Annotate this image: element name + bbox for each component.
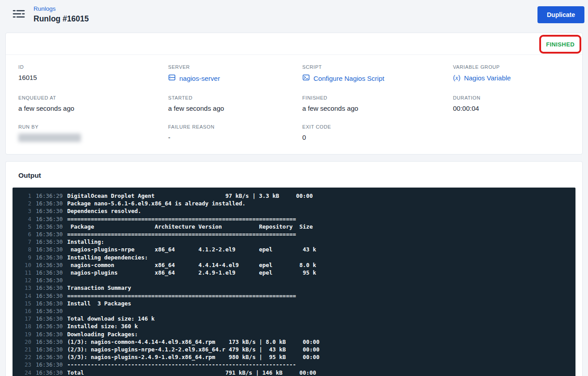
line-text: Downloading Packages: [67, 330, 138, 338]
console-line-3: 316:36:30Dependencies resolved. [13, 207, 575, 215]
console-line-14: 1416:36:30==============================… [13, 292, 575, 300]
field-label-failure-reason: FAILURE REASON [168, 124, 302, 130]
line-number: 15 [13, 300, 31, 307]
line-text: (2/3): nagios-plugins-nrpe-4.1.2-2.el9.x… [67, 346, 319, 353]
field-label-id: ID [18, 64, 168, 70]
line-timestamp: 16:36:30 [36, 284, 63, 292]
line-text: (3/3): nagios-plugins-2.4.9-1.el9.x86_64… [67, 353, 319, 361]
line-timestamp: 16:36:30 [36, 300, 63, 307]
field-id: ID16015 [18, 64, 168, 83]
console-line-10: 1016:36:30 nagios-common x86_64 4.4.14-4… [13, 261, 575, 269]
line-number: 9 [13, 254, 31, 261]
field-value-duration: 00:00:04 [453, 104, 570, 112]
field-value-started: a few seconds ago [168, 104, 302, 112]
console-line-16: 1616:36:30 [13, 307, 575, 315]
console-line-11: 1116:36:30 nagios-plugins x86_64 2.4.9-1… [13, 269, 575, 276]
console-line-7: 716:36:30Installing: [13, 238, 575, 246]
field-label-variable-group: VARIABLE GROUP [453, 64, 570, 70]
line-number: 11 [13, 269, 31, 276]
line-timestamp: 16:36:30 [36, 269, 63, 276]
page-title: Runlog #16015 [34, 14, 89, 24]
line-text: ========================================… [67, 230, 296, 238]
line-number: 3 [13, 207, 31, 215]
line-timestamp: 16:36:30 [36, 315, 63, 322]
field-script: SCRIPTConfigure Nagios Script [302, 64, 453, 83]
page-header: Runlogs Runlog #16015 Duplicate [0, 0, 588, 29]
line-number: 4 [13, 215, 31, 223]
field-value-enqueued-at: a few seconds ago [18, 104, 168, 112]
line-text: Total 791 kB/s | 146 kB 00:00 [67, 369, 316, 376]
line-timestamp: 16:36:30 [36, 361, 63, 368]
line-timestamp: 16:36:30 [36, 276, 63, 284]
line-timestamp: 16:36:30 [36, 246, 63, 253]
line-text: Package Architecture Version Repository … [67, 223, 313, 230]
line-number: 6 [13, 230, 31, 238]
line-text: nagios-common x86_64 4.4.14-4.el9 epel 8… [67, 261, 316, 269]
terminal-icon [302, 74, 310, 83]
field-value-finished: a few seconds ago [302, 104, 453, 112]
console-line-18: 1816:36:30Installed size: 360 k [13, 322, 575, 330]
line-number: 13 [13, 284, 31, 292]
line-timestamp: 16:36:30 [36, 215, 63, 223]
console-line-21: 2116:36:30(2/3): nagios-plugins-nrpe-4.1… [13, 346, 575, 353]
field-value-server: nagios-server [179, 75, 220, 82]
line-number: 20 [13, 338, 31, 346]
line-number: 24 [13, 369, 31, 376]
field-link-variable-group[interactable]: (x)Nagios Variable [453, 74, 511, 82]
console-output[interactable]: 116:36:29DigitalOcean Droplet Agent 97 k… [13, 188, 575, 376]
line-text: Transaction Summary [67, 284, 131, 292]
console-line-9: 916:36:30Installing dependencies: [13, 254, 575, 261]
line-number: 22 [13, 353, 31, 361]
server-icon [168, 74, 176, 83]
line-text: Dependencies resolved. [67, 207, 141, 215]
status-badge: FINISHED [546, 41, 575, 48]
line-number: 12 [13, 276, 31, 284]
line-number: 10 [13, 261, 31, 269]
line-text: Package nano-5.6.1-6.el9.x86_64 is alrea… [67, 200, 245, 207]
console-line-1: 116:36:29DigitalOcean Droplet Agent 97 k… [13, 192, 575, 200]
line-number: 14 [13, 292, 31, 300]
field-value-redacted-run-by [18, 134, 81, 142]
field-label-duration: DURATION [453, 95, 570, 100]
console-line-15: 1516:36:30Install 3 Packages [13, 300, 575, 307]
field-link-server[interactable]: nagios-server [168, 74, 220, 83]
console-line-17: 1716:36:30Total download size: 146 k [13, 315, 575, 322]
line-timestamp: 16:36:30 [36, 346, 63, 353]
line-timestamp: 16:36:30 [36, 254, 63, 261]
line-text: nagios-plugins-nrpe x86_64 4.1.2-2.el9 e… [67, 246, 316, 253]
status-annotation-box: FINISHED [539, 35, 581, 54]
output-title: Output [18, 171, 575, 180]
line-text: ========================================… [67, 292, 296, 300]
field-label-started: STARTED [168, 95, 302, 100]
line-timestamp: 16:36:30 [36, 353, 63, 361]
field-label-exit-code: EXIT CODE [302, 124, 453, 130]
runlog-icon [12, 7, 25, 22]
field-run-by: RUN BY [18, 124, 168, 142]
line-number: 19 [13, 330, 31, 338]
breadcrumb-runlogs[interactable]: Runlogs [34, 5, 89, 12]
console-line-24: 2416:36:30Total 791 kB/s | 146 kB 00:00 [13, 369, 575, 376]
line-text: Installing: [67, 238, 104, 246]
output-card: Output 116:36:29DigitalOcean Droplet Age… [5, 161, 583, 376]
console-line-5: 516:36:30 Package Architecture Version R… [13, 223, 575, 230]
line-number: 21 [13, 346, 31, 353]
line-timestamp: 16:36:30 [36, 238, 63, 246]
duplicate-button[interactable]: Duplicate [537, 6, 584, 23]
console-line-2: 216:36:30Package nano-5.6.1-6.el9.x86_64… [13, 200, 575, 207]
console-line-13: 1316:36:30Transaction Summary [13, 284, 575, 292]
field-duration: DURATION00:00:04 [453, 95, 570, 112]
line-number: 7 [13, 238, 31, 246]
line-number: 2 [13, 200, 31, 207]
field-failure-reason: FAILURE REASON- [168, 124, 302, 142]
field-label-script: SCRIPT [302, 64, 453, 70]
console-line-8: 816:36:30 nagios-plugins-nrpe x86_64 4.1… [13, 246, 575, 253]
line-timestamp: 16:36:30 [36, 261, 63, 269]
line-number: 23 [13, 361, 31, 368]
line-timestamp: 16:36:30 [36, 369, 63, 376]
line-timestamp: 16:36:30 [36, 330, 63, 338]
line-timestamp: 16:36:30 [36, 292, 63, 300]
line-number: 17 [13, 315, 31, 322]
field-link-script[interactable]: Configure Nagios Script [302, 74, 384, 83]
line-text: DigitalOcean Droplet Agent 97 kB/s | 3.3… [67, 192, 313, 200]
console-line-19: 1916:36:30Downloading Packages: [13, 330, 575, 338]
